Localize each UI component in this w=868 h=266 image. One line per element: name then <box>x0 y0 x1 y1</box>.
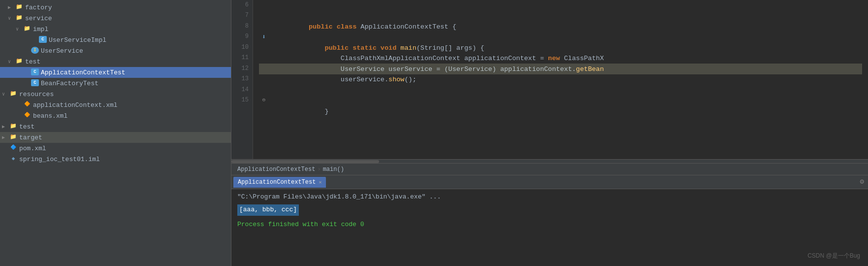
tree-label-beanfactorytest: BeanFactoryTest <box>41 80 98 87</box>
folder-icon-target: 📁 <box>9 133 18 141</box>
tree-arrow-service: ∨ <box>8 15 15 21</box>
gear-icon[interactable]: ⚙ <box>860 177 864 186</box>
console-path-text: "C:\Program Files\Java\jdk1.8.0_171\bin\… <box>237 193 441 200</box>
folder-icon-test-src: 📁 <box>15 58 24 66</box>
console-tab-appcontexttest[interactable]: ApplicationContextTest ✕ <box>233 177 326 188</box>
tree-arrow-factory: ▶ <box>8 4 15 10</box>
console-tab-close[interactable]: ✕ <box>319 179 321 185</box>
line-num-13: 13 <box>233 74 249 85</box>
tree-label-service: service <box>25 15 52 22</box>
code-line-15: ⊖ } <box>259 96 862 106</box>
tree-item-test-root[interactable]: ▶ 📁 test <box>0 121 231 132</box>
tree-item-userservice[interactable]: I UserService <box>0 45 231 56</box>
tree-label-beans-xml: beans.xml <box>33 112 67 120</box>
tree-label-target: target <box>19 134 42 141</box>
horizontal-scrollbar[interactable] <box>231 159 868 163</box>
code-line-7: public class ApplicationContextTest { <box>259 11 862 22</box>
class-icon-userservice: I <box>31 47 39 55</box>
tree-item-factory[interactable]: ▶ 📁 factory <box>0 2 231 13</box>
tree-label-appcontexttest: ApplicationContextTest <box>41 69 126 76</box>
tree-item-test-src[interactable]: ∨ 📁 test <box>0 56 231 67</box>
line-num-7: ▶7 <box>233 11 249 22</box>
code-line-11: UserService userService = (UserService) … <box>259 53 862 64</box>
tree-arrow-target: ▶ <box>2 134 9 140</box>
tree-item-resources[interactable]: ∨ 📁 resources <box>0 89 231 100</box>
code-line-6 <box>259 0 862 11</box>
code-text-15: } <box>269 96 329 129</box>
tree-arrow-test-root: ▶ <box>2 124 9 130</box>
line-num-11: 11 <box>233 53 249 64</box>
console-tab-label: ApplicationContextTest <box>238 179 316 186</box>
editor-panel: 6 ▶7 8 ▶9 10 11 12 13 14 15 <box>231 0 868 266</box>
file-tree: ▶ 📁 factory ∨ 📁 service ∨ 📁 impl C UserS… <box>0 0 231 266</box>
console-output: "C:\Program Files\Java\jdk1.8.0_171\bin\… <box>231 189 868 266</box>
tree-label-iml: spring_ioc_test01.iml <box>19 156 100 163</box>
gutter-15: ⊖ <box>259 96 269 104</box>
code-line-13 <box>259 74 862 85</box>
code-line-10: ClassPathXmlApplicationContext applicati… <box>259 42 862 53</box>
console-line-1: "C:\Program Files\Java\jdk1.8.0_171\bin\… <box>237 192 862 202</box>
console-tabs: ApplicationContextTest ✕ ⚙ <box>231 175 868 189</box>
class-icon-appcontexttest: C <box>31 68 39 76</box>
line-num-12: 12 <box>233 64 249 74</box>
tree-item-appcontext-xml[interactable]: 🔶 applicationContext.xml <box>0 100 231 110</box>
tree-arrow-test-src: ∨ <box>8 59 15 65</box>
tree-item-pom-xml[interactable]: 🔷 pom.xml <box>0 143 231 154</box>
tree-label-userserviceimpl: UserServiceImpl <box>49 36 106 44</box>
pom-icon: 🔷 <box>9 144 18 152</box>
file-tree-panel: ▶ 📁 factory ∨ 📁 service ∨ 📁 impl C UserS… <box>0 0 231 266</box>
line-num-8: 8 <box>233 21 249 32</box>
tree-item-applicationcontexttest[interactable]: C ApplicationContextTest <box>0 67 231 78</box>
line-num-9: ▶9 <box>233 32 249 43</box>
console-exit-text: Process finished with exit code 0 <box>237 221 364 228</box>
console-output-selected: [aaa, bbb, ccc] <box>237 204 299 216</box>
code-editor[interactable]: public class ApplicationContextTest { ⬇ … <box>253 0 868 159</box>
code-line-9: ⬇ public static void main(String[] args)… <box>259 32 862 43</box>
tree-item-beanfactorytest[interactable]: C BeanFactoryTest <box>0 78 231 89</box>
tree-label-resources: resources <box>19 91 54 98</box>
tree-label-appcontext-xml: applicationContext.xml <box>33 101 118 109</box>
line-num-6: 6 <box>233 0 249 11</box>
xml-icon-beans: 🔶 <box>23 112 32 120</box>
tree-label-impl: impl <box>33 26 48 33</box>
code-line-12: userService.show(); <box>259 64 862 74</box>
tree-label-test-src: test <box>25 58 40 66</box>
breadcrumb-sep-1: › <box>317 166 321 173</box>
code-line-14 <box>259 85 862 96</box>
breadcrumb-bar: ApplicationContextTest › main() <box>231 163 868 175</box>
gutter-9: ⬇ <box>259 32 269 42</box>
line-num-15: 15 <box>233 96 249 106</box>
watermark-text: CSDN @是一个Bug <box>807 252 860 259</box>
console-line-2: [aaa, bbb, ccc] <box>237 204 862 216</box>
tree-label-factory: factory <box>25 4 52 11</box>
folder-icon-test-root: 📁 <box>9 123 18 131</box>
line-num-10: 10 <box>233 42 249 53</box>
breadcrumb-method[interactable]: main() <box>323 166 344 173</box>
iml-icon: ◆ <box>9 155 18 163</box>
code-area: 6 ▶7 8 ▶9 10 11 12 13 14 15 <box>231 0 868 159</box>
watermark: CSDN @是一个Bug <box>807 252 860 260</box>
tree-item-iml[interactable]: ◆ spring_ioc_test01.iml <box>0 154 231 165</box>
code-line-8 <box>259 21 862 32</box>
breadcrumb-class[interactable]: ApplicationContextTest <box>237 166 315 173</box>
class-icon-userserviceimpl: C <box>38 36 47 44</box>
class-icon-beanfactorytest: C <box>31 79 39 87</box>
tree-item-userserviceimpl[interactable]: C UserServiceImpl <box>0 34 231 45</box>
tree-label-pom: pom.xml <box>19 145 46 152</box>
folder-icon-resources: 📁 <box>9 90 18 98</box>
xml-icon-appcontext: 🔶 <box>23 101 32 109</box>
line-numbers: 6 ▶7 8 ▶9 10 11 12 13 14 15 <box>231 0 253 159</box>
folder-icon-impl: 📁 <box>23 25 32 33</box>
tree-arrow-resources: ∨ <box>2 91 9 97</box>
console-line-3: Process finished with exit code 0 <box>237 220 862 230</box>
tree-item-impl[interactable]: ∨ 📁 impl <box>0 24 231 34</box>
tree-item-target[interactable]: ▶ 📁 target <box>0 132 231 143</box>
tree-label-test-root: test <box>19 123 34 131</box>
tree-item-beans-xml[interactable]: 🔶 beans.xml <box>0 110 231 121</box>
tree-arrow-impl: ∨ <box>16 26 23 32</box>
line-num-14: 14 <box>233 85 249 96</box>
console-panel: ApplicationContextTest ✕ ⚙ "C:\Program F… <box>231 175 868 266</box>
tree-label-userservice: UserService <box>41 47 83 55</box>
tree-item-service[interactable]: ∨ 📁 service <box>0 13 231 24</box>
folder-icon-factory: 📁 <box>15 3 24 11</box>
